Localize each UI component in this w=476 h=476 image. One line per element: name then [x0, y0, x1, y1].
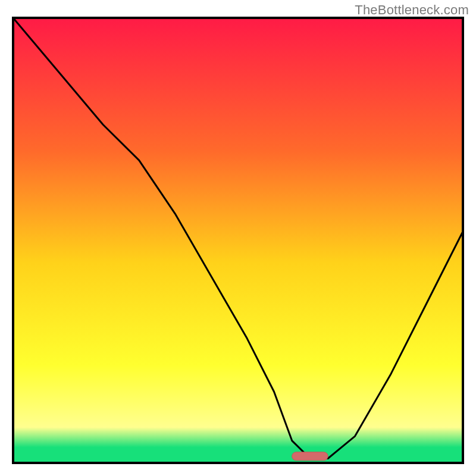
gradient-background	[13, 18, 463, 463]
watermark-label: TheBottleneck.com	[355, 2, 469, 18]
optimal-marker	[292, 452, 328, 461]
bottleneck-chart	[0, 0, 476, 476]
